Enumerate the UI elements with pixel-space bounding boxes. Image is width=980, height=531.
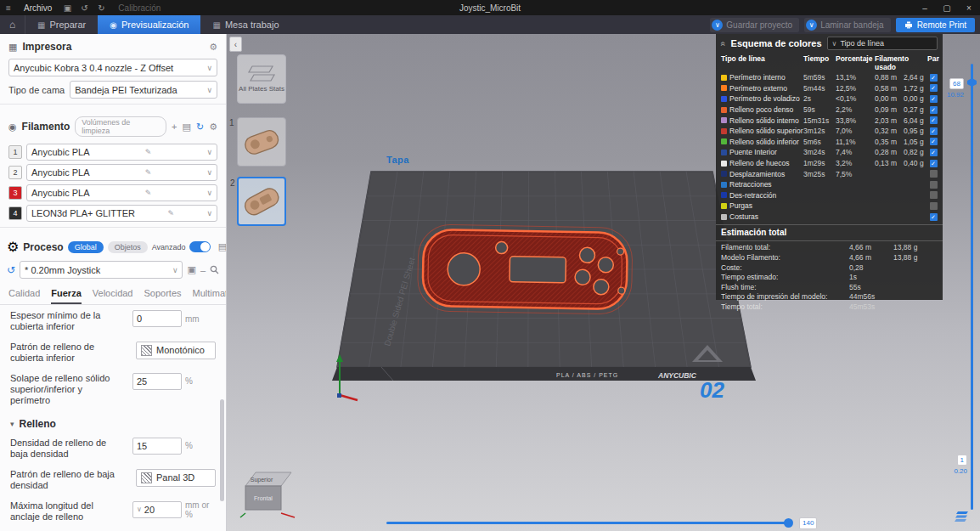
filament-color-chip[interactable]: 2: [8, 166, 22, 179]
all-plates-stats-card[interactable]: All Plates Stats: [237, 54, 286, 104]
check-icon: ✓: [931, 150, 936, 155]
bottom-shell-thickness-input[interactable]: [132, 310, 182, 327]
visibility-checkbox[interactable]: ✓: [930, 191, 938, 199]
save-icon[interactable]: ▣: [59, 3, 76, 13]
menu-archivo[interactable]: Archivo: [17, 3, 59, 13]
search-icon[interactable]: [210, 265, 219, 274]
total-row: Tiempo estimado:1s: [716, 273, 943, 283]
move-slider-handle[interactable]: [784, 518, 793, 528]
visibility-checkbox[interactable]: ✓: [930, 138, 938, 145]
layer-slider-handle[interactable]: [967, 78, 977, 87]
build-plate[interactable]: Double Sided PEI Sheet PLA / ABS / PETG …: [329, 161, 763, 416]
printer-settings-icon[interactable]: ⚙: [209, 42, 217, 53]
visibility-checkbox[interactable]: ✓: [930, 160, 938, 167]
process-objects-toggle[interactable]: Objetos: [108, 241, 148, 253]
visibility-checkbox[interactable]: ✓: [930, 95, 938, 103]
tab-soportes[interactable]: Soportes: [144, 288, 182, 304]
plate-thumbnail-2[interactable]: 2: [237, 177, 286, 226]
edit-filament-icon[interactable]: ✎: [145, 148, 152, 156]
menu-calibracion[interactable]: Calibración: [110, 3, 169, 13]
visibility-checkbox[interactable]: ✓: [930, 149, 938, 156]
collapse-panel-icon[interactable]: «: [718, 41, 728, 46]
filament-select-3[interactable]: Anycubic PLA ✎ ∨: [26, 184, 217, 201]
visibility-checkbox[interactable]: ✓: [930, 106, 938, 114]
flush-volumes-button[interactable]: Volúmenes de limpieza: [75, 116, 166, 137]
section-expand-icon[interactable]: ▾: [10, 420, 14, 428]
visibility-checkbox[interactable]: ✓: [930, 213, 938, 221]
slice-dropdown-icon[interactable]: ∨: [806, 20, 817, 31]
minimize-button[interactable]: –: [914, 0, 936, 15]
sparse-infill-density-input[interactable]: [132, 438, 182, 455]
percentage-value: 7,0%: [836, 127, 875, 135]
preset-select[interactable]: * 0.20mm Joystick ∨: [20, 261, 183, 279]
filament-weight: 2,64 g: [904, 73, 927, 82]
undo-icon[interactable]: ↺: [76, 3, 93, 13]
infill-wall-overlap-input[interactable]: [132, 373, 182, 390]
delete-preset-icon[interactable]: –: [200, 265, 206, 275]
home-icon[interactable]: ⌂: [0, 15, 25, 34]
view-type-select[interactable]: ∨ Tipo de línea: [827, 37, 938, 50]
move-slider[interactable]: 140: [386, 517, 815, 530]
app-menu-icon[interactable]: ≡: [0, 3, 17, 13]
collapse-plate-list-button[interactable]: ‹: [229, 37, 242, 52]
infill-anchor-max-input[interactable]: [144, 505, 177, 515]
percentage-value: 11,1%: [836, 138, 875, 146]
printer-select[interactable]: Anycubic Kobra 3 0.4 nozzle - Z Offset ∨: [8, 59, 217, 76]
layer-top-value: 68: [949, 78, 964, 89]
infill-anchor-max-combo[interactable]: ∨: [132, 501, 182, 518]
edit-filament-icon[interactable]: ✎: [145, 168, 152, 177]
sliced-model[interactable]: [417, 224, 633, 314]
filament-list-icon[interactable]: ▤: [183, 121, 191, 133]
guardar-proyecto-button[interactable]: ∨ Guardar proyecto: [710, 18, 799, 32]
laminar-bandeja-button[interactable]: ∨ Laminar bandeja: [804, 18, 891, 32]
bottom-fill-pattern-select[interactable]: Monotónico: [136, 342, 216, 359]
filament-select-4[interactable]: LEON3d PLA+ GLITTER ✎ ∨: [26, 205, 217, 222]
save-preset-icon[interactable]: ▣: [187, 264, 195, 275]
filament-color-chip[interactable]: 3: [8, 186, 22, 200]
save-dropdown-icon[interactable]: ∨: [712, 20, 723, 31]
filament-color-chip[interactable]: 1: [8, 145, 22, 159]
filament-settings-icon[interactable]: ⚙: [209, 121, 217, 133]
advanced-toggle[interactable]: [189, 241, 211, 252]
field-label: Espesor mínimo de la cubierta inferior: [10, 310, 121, 332]
sidebar-scrollbar[interactable]: [220, 399, 224, 501]
plate-thumbnail-1[interactable]: 1: [237, 117, 286, 167]
move-slider-track[interactable]: [386, 522, 792, 524]
process-list-icon[interactable]: ▤: [218, 241, 227, 252]
layers-view-icon[interactable]: [955, 511, 970, 523]
layer-slider-track[interactable]: [971, 64, 973, 510]
bed-type-select[interactable]: Bandeja PEI Texturizada ∨: [70, 81, 217, 99]
visibility-checkbox[interactable]: ✓: [930, 74, 938, 82]
visibility-checkbox[interactable]: ✓: [930, 181, 938, 189]
add-filament-icon[interactable]: +: [172, 121, 177, 133]
tab-velocidad[interactable]: Velocidad: [93, 288, 133, 304]
tab-label: Mesa trabajo: [225, 20, 279, 30]
tab-mesa-trabajo[interactable]: ▦ Mesa trabajo: [200, 15, 290, 34]
visibility-checkbox[interactable]: ✓: [930, 116, 938, 124]
filament-select-1[interactable]: Anycubic PLA ✎ ∨: [26, 144, 217, 161]
visibility-checkbox[interactable]: ✓: [930, 202, 938, 210]
color-scheme-panel: « Esquema de colores ∨ Tipo de línea Tip…: [716, 34, 943, 300]
redo-icon[interactable]: ↻: [93, 3, 110, 13]
maximize-button[interactable]: ▢: [936, 0, 958, 15]
filament-select-2[interactable]: Anycubic PLA ✎ ∨: [26, 164, 217, 181]
tab-calidad[interactable]: Calidad: [8, 288, 40, 304]
edit-filament-icon[interactable]: ✎: [167, 209, 174, 217]
reset-preset-icon[interactable]: ↺: [7, 264, 15, 276]
tab-previsualizacion[interactable]: ◉ Previsualización: [98, 15, 200, 34]
close-button[interactable]: ×: [958, 0, 980, 15]
legend-row: Perímetro de voladizo2s<0,1%0,00 m0,00 g…: [716, 93, 943, 105]
process-global-toggle[interactable]: Global: [68, 241, 104, 253]
filament-color-chip[interactable]: 4: [8, 206, 22, 220]
tab-preparar[interactable]: ▦ Preparar: [25, 15, 98, 34]
remote-print-button[interactable]: Remote Print: [896, 18, 975, 32]
tab-multimaterial[interactable]: Multimaterial: [193, 288, 227, 304]
visibility-checkbox[interactable]: ✓: [930, 127, 938, 135]
filament-weight: 0,27 g: [904, 105, 927, 114]
tab-fuerza[interactable]: Fuerza: [51, 288, 81, 304]
sparse-infill-pattern-select[interactable]: Panal 3D: [136, 469, 216, 487]
visibility-checkbox[interactable]: ✓: [930, 170, 938, 178]
visibility-checkbox[interactable]: ✓: [930, 84, 938, 92]
edit-filament-icon[interactable]: ✎: [145, 189, 152, 197]
sync-filament-icon[interactable]: ↻: [196, 121, 204, 133]
